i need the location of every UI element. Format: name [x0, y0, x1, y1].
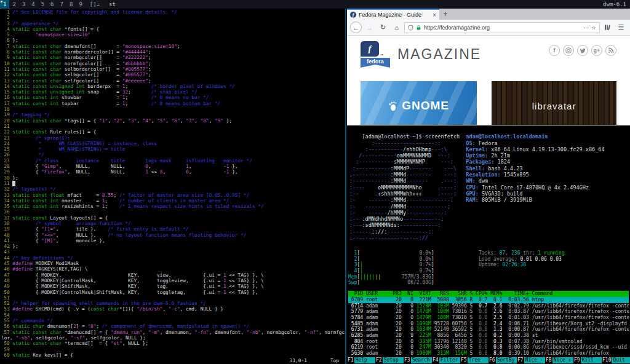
code-segment: static const int [12, 95, 58, 100]
code-segment: static const char [12, 341, 62, 346]
htop-table-header[interactable]: PID USER PRI NI VIRT RES SHR S CPU% MEM%… [348, 291, 629, 297]
menu-icon[interactable]: ☰ [615, 22, 627, 33]
header-info: Load average: 0.01 0.06 0.03 [479, 256, 562, 263]
library-icon[interactable] [602, 22, 613, 33]
vim-window[interactable]: 1/* See LICENSE file for copyright and l… [0, 9, 346, 364]
code-segment: << TAG} }, \ [226, 278, 264, 283]
screenfetch-line: :-- :dMNdhhdNMMNo------------; [349, 216, 628, 222]
code-segment: ; [125, 95, 151, 100]
close-tab-icon[interactable]: × [433, 12, 436, 18]
htop-window[interactable]: 1[ 0.0%]Tasks: 87, 236 thr; 1 running 2[… [347, 249, 630, 364]
browser-tab[interactable]: f Fedora Magazine - Guide × [347, 9, 439, 20]
back-button[interactable]: ← [350, 22, 362, 33]
process-row[interactable]: 5784 adam 20 0 1479M 100M 73016 S 0.0 2.… [348, 315, 629, 321]
firefox-window[interactable]: f Fedora Magazine - Guide × + ← → ↻ ⌂ ht… [347, 9, 630, 125]
fkey-nice[interactable]: F8Nice + [545, 357, 573, 363]
process-row[interactable]: 6285 adam 20 0 225M 8856 6456 S 0.0 0.2 … [348, 333, 629, 339]
googleplus-icon[interactable]: g+ [591, 45, 602, 56]
code-segment: "[]=" [41, 226, 55, 232]
twitter-icon[interactable] [577, 45, 588, 56]
libravatar-banner[interactable]: libravatar [492, 81, 616, 125]
line-number: 18 [1, 106, 10, 112]
process-row[interactable]: 804 root 20 0 335M 13796 12148 S 0.0 0.3… [348, 339, 629, 345]
lock-icon[interactable] [416, 25, 421, 31]
ascii-segment: -------- ---: [406, 172, 457, 178]
line-number: 1 [1, 9, 10, 15]
rss-icon[interactable] [605, 45, 616, 56]
line-number: 16 [1, 95, 10, 100]
meter-segment: ] [431, 268, 434, 274]
screenfetch-terminal-window[interactable]: [adam@localhost ~]$ screenfetch /:------… [347, 127, 630, 248]
fkey-search[interactable]: F3Search [404, 357, 432, 363]
page-actions-icon[interactable]: ⋯ [583, 25, 589, 31]
fkey-setup[interactable]: F2Setup [375, 357, 404, 363]
code-segment: "/bin/sh" [137, 306, 162, 312]
ni-cell: 0 [405, 303, 417, 309]
facebook-icon[interactable]: f [549, 45, 560, 56]
tag-5[interactable]: 5 [38, 0, 47, 9]
instagram-icon[interactable] [563, 45, 574, 56]
layout-symbol[interactable]: []= [86, 0, 104, 9]
code-segment: resizehints = [58, 204, 102, 209]
code-line: 3/* appearance */ [1, 21, 345, 26]
process-row[interactable]: 5779 adam 20 0 1470M 100M 73016 S 0.0 2.… [348, 309, 629, 315]
time-cell: 0:01.03 [505, 315, 532, 320]
tag-2[interactable]: 2 [9, 0, 18, 9]
tag-4[interactable]: 4 [28, 0, 38, 9]
tag-8[interactable]: 8 [66, 0, 76, 9]
screenfetch-line: :-------------------::OS: Fedora [349, 140, 628, 146]
shield-icon[interactable] [408, 25, 413, 31]
tag-9[interactable]: 9 [76, 0, 85, 9]
editor-buffer[interactable]: 1/* See LICENSE file for copyright and l… [1, 9, 345, 357]
process-row[interactable]: 5630 adam 20 0 1909M 313M 156M S 0.0 8.0… [348, 350, 629, 357]
code-line: 52/* helper for spawning shell commands … [1, 301, 345, 306]
tag-3[interactable]: 3 [19, 0, 28, 9]
command-cell: /usr/lib64/firefox/firefox [532, 350, 609, 356]
home-button[interactable]: ⌂ [391, 22, 402, 33]
gnome-banner[interactable]: GNOME [361, 81, 477, 125]
meter: 1[ 0.0%] [348, 250, 479, 256]
process-row[interactable]: 6219 root 20 0 247M 30340 8320 S 0.0 0.8… [348, 344, 629, 350]
virt-cell: 1909M [417, 350, 434, 356]
code-line: 18 [1, 106, 345, 112]
fkey-quit[interactable]: F10Quit [602, 357, 630, 363]
url-text[interactable]: https://fedoramagazine.org [424, 25, 581, 31]
code-line: 33static const float mfact = 0.55; /* fa… [1, 192, 345, 198]
fkey-number: F1 [347, 357, 354, 363]
code-segment: ; [125, 84, 151, 89]
code-line: 37static const Layout layouts[] = { [1, 215, 345, 221]
forward-button[interactable]: → [364, 22, 375, 33]
fkey-filter[interactable]: F4Filter [432, 357, 460, 363]
new-tab-button[interactable]: + [439, 9, 452, 20]
fkey-tree[interactable]: F5Tree [460, 357, 488, 363]
fedora-magazine-logo[interactable]: f ™ fedora [361, 41, 391, 68]
reload-button[interactable]: ↻ [377, 22, 389, 33]
ascii-segment: :MMMd [391, 197, 407, 203]
tag-6[interactable]: 6 [47, 0, 57, 9]
process-row[interactable]: 5485 adam 20 0 1090M 95728 60756 S 0.0 2… [348, 321, 629, 327]
res-cell: 52140 [434, 326, 452, 332]
code-line: 48 { MODKEY|ControlMask, KEY, toggleview… [1, 278, 345, 283]
fkey-sortby[interactable]: F6SortBy [488, 357, 517, 363]
process-row[interactable]: 6714 adam 20 0 1528M 103M 59396 S 0.7 2.… [348, 303, 629, 309]
code-segment: selbgcolor[] = [62, 72, 122, 77]
fkey-action: Filter [439, 357, 460, 363]
tag-1[interactable]: 1 [0, 0, 9, 9]
code-segment: , cmd, NULL } } [180, 306, 223, 312]
fkey-help[interactable]: F1Help [347, 357, 375, 363]
fkey-kill[interactable]: F9Kill [573, 357, 602, 363]
process-row[interactable]: 6709 root 20 0 221M 5088 3856 R 0.7 0.1 … [348, 297, 629, 303]
code-segment: "8" [201, 118, 209, 124]
res-cell: 30340 [434, 344, 452, 350]
htop-spacer [348, 286, 629, 291]
fkey-nice[interactable]: F7Nice - [517, 357, 545, 363]
code-segment: #define [12, 261, 33, 266]
screenfetch-line: :-- .+shhhMMMmhh+++ .----:GPU: SVGA3D; b… [349, 191, 628, 197]
social-links: f g+ [549, 45, 616, 56]
code-line: 42}; [1, 243, 345, 249]
tag-7[interactable]: 7 [57, 0, 66, 9]
code-segment: normbordercolor[] = [62, 49, 122, 55]
url-bar[interactable]: https://fedoramagazine.org ⋯ ☆ [404, 22, 600, 33]
bookmark-star-icon[interactable]: ☆ [591, 25, 596, 31]
process-row[interactable]: 6731 adam 20 0 1034M 52140 36592 S 0.0 1… [348, 326, 629, 333]
